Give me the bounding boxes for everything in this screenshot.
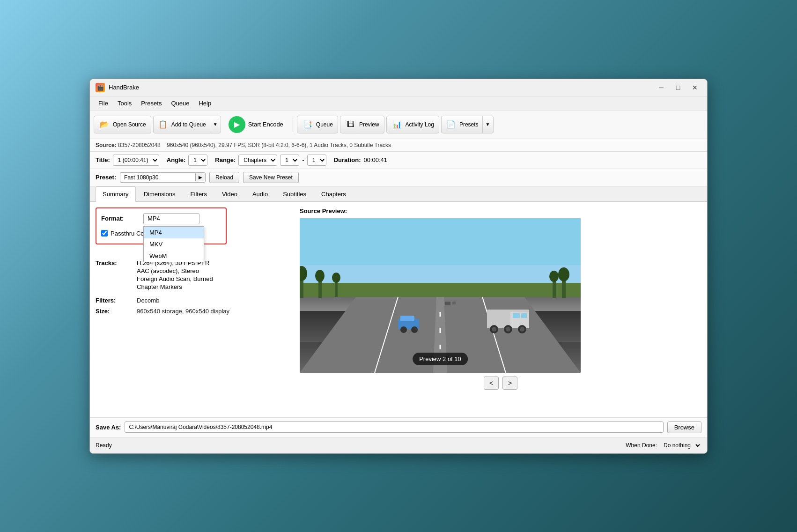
presets-icon: 📄 [445,119,457,130]
preview-section: Source Preview: [300,207,701,390]
status-text: Ready [96,442,112,449]
start-encode-label: Start Encode [248,121,283,128]
menu-help[interactable]: Help [194,98,216,109]
range-label: Range: [215,156,236,163]
tab-chapters[interactable]: Chapters [314,186,353,201]
add-to-queue-main[interactable]: 📋 Add to Queue [154,116,210,133]
reload-preset-button[interactable]: Reload [209,172,239,183]
presets-button[interactable]: 📄 Presets ▼ [441,116,494,133]
format-option-mp4[interactable]: MP4 [144,227,204,238]
tabs-bar: Summary Dimensions Filters Video Audio S… [90,186,707,202]
tab-filters[interactable]: Filters [184,186,214,201]
queue-icon: 📑 [302,119,313,130]
size-label: Size: [96,308,133,315]
start-encode-button[interactable]: ▶ Start Encode [223,113,289,136]
tab-subtitles[interactable]: Subtitles [276,186,313,201]
add-queue-dropdown-arrow[interactable]: ▼ [210,119,221,130]
controls-bar: Title: 1 (00:00:41) Angle: 1 Range: Chap… [90,152,707,169]
preview-next-button[interactable]: > [502,377,517,390]
minimize-button[interactable]: ─ [655,83,668,92]
queue-button[interactable]: 📑 Queue [297,116,338,133]
open-source-label: Open Source [113,121,146,128]
format-option-mkv[interactable]: MKV [144,238,204,250]
source-filename: 8357-208052048 [118,142,161,148]
preset-select-wrapper[interactable]: Fast 1080p30 ▶ [120,172,206,183]
source-info-bar: Source: 8357-208052048 960x540 (960x540)… [90,139,707,152]
svg-point-29 [315,270,325,282]
title-label: Title: [96,156,110,163]
menu-tools[interactable]: Tools [113,98,136,109]
add-queue-icon: 📋 [157,119,169,130]
tab-dimensions[interactable]: Dimensions [137,186,183,201]
main-content: Format: MP4 MKV WebM MP4 MKV WebM [90,202,707,417]
range-type-select[interactable]: Chapters [238,155,277,166]
presets-dropdown-arrow[interactable]: ▼ [483,119,493,130]
svg-point-19 [506,327,510,332]
preview-badge: Preview 2 of 10 [413,353,468,365]
open-source-icon: 📂 [99,119,110,130]
size-row: Size: 960x540 storage, 960x540 display [96,308,292,315]
save-as-label: Save As: [96,424,121,431]
presets-label: Presets [459,121,479,128]
tab-audio[interactable]: Audio [245,186,275,201]
track-item-4: Chapter Markers [137,283,213,290]
range-end-select[interactable]: 1 [307,155,326,166]
preview-button[interactable]: 🎞 Preview [340,116,384,133]
svg-point-35 [549,271,559,282]
maximize-button[interactable]: □ [672,83,685,92]
preview-image: Preview 2 of 10 [300,218,581,373]
title-group: Title: 1 (00:00:41) [96,155,159,166]
open-source-button[interactable]: 📂 Open Source [94,116,151,133]
tracks-label: Tracks: [96,259,133,291]
when-done-select[interactable]: Do nothing Shutdown Suspend [659,440,701,451]
menu-file[interactable]: File [94,98,113,109]
menu-presets[interactable]: Presets [136,98,166,109]
angle-label: Angle: [167,156,185,163]
close-button[interactable]: ✕ [688,83,701,92]
menu-queue[interactable]: Queue [166,98,194,109]
filters-row: Filters: Decomb [96,297,292,304]
save-new-preset-button[interactable]: Save New Preset [243,172,299,183]
preview-label: Preview [359,121,379,128]
format-outline: Format: MP4 MKV WebM MP4 MKV WebM [96,207,227,244]
svg-rect-11 [452,302,456,304]
left-panel: Format: MP4 MKV WebM MP4 MKV WebM [96,207,292,412]
app-window: 🎬 HandBrake ─ □ ✕ File Tools Presets Que… [89,79,708,454]
svg-point-21 [520,327,524,332]
title-select[interactable]: 1 (00:00:41) [113,155,159,166]
app-icon: 🎬 [96,83,105,92]
format-label: Format: [101,215,139,222]
svg-point-31 [332,273,340,283]
save-as-bar: Save As: Browse [90,417,707,437]
add-queue-label: Add to Queue [171,121,206,128]
track-item-2: AAC (avcodec), Stereo [137,267,213,274]
svg-rect-1 [300,265,581,284]
preset-dropdown-arrow[interactable]: ▶ [195,173,205,181]
passthru-checkbox[interactable] [101,230,108,236]
preview-prev-button[interactable]: < [484,377,499,390]
activity-log-label: Activity Log [406,121,434,128]
range-start-select[interactable]: 1 [280,155,299,166]
format-option-webm[interactable]: WebM [144,250,204,262]
browse-button[interactable]: Browse [667,421,701,433]
size-value: 960x540 storage, 960x540 display [137,308,229,315]
add-to-queue-button[interactable]: 📋 Add to Queue ▼ [153,116,221,133]
source-label: Source: [96,142,117,148]
range-dash: - [302,156,304,163]
format-row: Format: MP4 MKV WebM MP4 MKV WebM [101,213,221,224]
svg-rect-15 [521,313,527,318]
format-dropdown-box: MP4 MKV WebM [143,226,204,262]
tab-summary[interactable]: Summary [96,186,136,202]
activity-log-button[interactable]: 📊 Activity Log [386,116,439,133]
track-list: H.264 (x264), 30 FPS PFR AAC (avcodec), … [137,259,213,291]
angle-select[interactable]: 1 [188,155,207,166]
tab-video[interactable]: Video [215,186,244,201]
save-as-input[interactable] [125,421,663,433]
tracks-section: Tracks: H.264 (x264), 30 FPS PFR AAC (av… [96,259,292,315]
queue-label: Queue [316,121,333,128]
presets-main[interactable]: 📄 Presets [442,116,483,133]
source-preview-label: Source Preview: [300,207,701,214]
title-bar-left: 🎬 HandBrake [96,83,139,92]
format-select[interactable]: MP4 MKV WebM [143,213,199,224]
when-done-label: When Done: [626,442,657,449]
